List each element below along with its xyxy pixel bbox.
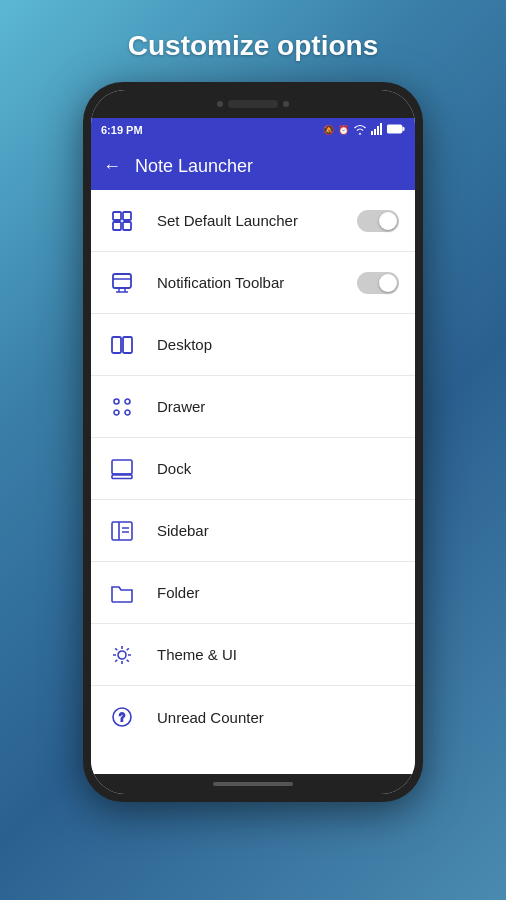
svg-rect-2 (377, 126, 379, 135)
menu-item-dock[interactable]: Dock (91, 438, 415, 500)
folder-icon (107, 578, 137, 608)
svg-rect-1 (374, 129, 376, 135)
svg-rect-10 (113, 274, 131, 288)
svg-rect-8 (113, 222, 121, 230)
notch-dot-right (283, 101, 289, 107)
unread-counter-label: Unread Counter (157, 709, 399, 726)
svg-rect-0 (371, 131, 373, 135)
set-default-launcher-toggle[interactable] (357, 210, 399, 232)
dock-icon (107, 454, 137, 484)
svg-rect-24 (112, 522, 132, 540)
theme-ui-label: Theme & UI (157, 646, 399, 663)
menu-content: Set Default Launcher Notification To (91, 190, 415, 774)
svg-rect-22 (112, 475, 132, 479)
svg-rect-15 (112, 337, 121, 353)
notch-speaker (228, 100, 278, 108)
svg-rect-21 (112, 460, 132, 474)
dock-label: Dock (157, 460, 399, 477)
phone-bottom (91, 774, 415, 794)
phone-frame: 6:19 PM 🔕 ⏰ (83, 82, 423, 802)
menu-item-desktop[interactable]: Desktop (91, 314, 415, 376)
battery-icon (387, 124, 405, 136)
theme-icon (107, 640, 137, 670)
svg-rect-7 (123, 212, 131, 220)
drawer-label: Drawer (157, 398, 399, 415)
notification-toolbar-icon (107, 268, 137, 298)
menu-item-drawer[interactable]: Drawer (91, 376, 415, 438)
svg-rect-4 (387, 125, 402, 133)
status-icons: 🔕 ⏰ (323, 123, 405, 137)
svg-line-33 (115, 648, 117, 650)
folder-label: Folder (157, 584, 399, 601)
default-launcher-icon (107, 206, 137, 236)
svg-line-36 (115, 659, 117, 661)
notification-toolbar-label: Notification Toolbar (157, 274, 357, 291)
status-bar: 6:19 PM 🔕 ⏰ (91, 118, 415, 142)
set-default-launcher-label: Set Default Launcher (157, 212, 357, 229)
svg-point-17 (114, 399, 119, 404)
wifi-icon (353, 123, 367, 137)
menu-item-folder[interactable]: Folder (91, 562, 415, 624)
mute-icon: 🔕 (323, 125, 334, 135)
sidebar-label: Sidebar (157, 522, 399, 539)
alarm-icon: ⏰ (338, 125, 349, 135)
menu-item-notification-toolbar[interactable]: Notification Toolbar (91, 252, 415, 314)
menu-item-set-default-launcher[interactable]: Set Default Launcher (91, 190, 415, 252)
menu-item-sidebar[interactable]: Sidebar (91, 500, 415, 562)
svg-point-18 (125, 399, 130, 404)
svg-point-28 (118, 651, 126, 659)
svg-line-35 (127, 648, 129, 650)
drawer-icon (107, 392, 137, 422)
desktop-label: Desktop (157, 336, 399, 353)
back-button[interactable]: ← (103, 156, 121, 177)
desktop-icon (107, 330, 137, 360)
unread-counter-icon: ? (107, 702, 137, 732)
svg-rect-6 (113, 212, 121, 220)
page-title: Customize options (128, 30, 378, 62)
svg-point-19 (114, 410, 119, 415)
menu-item-unread-counter[interactable]: ? Unread Counter (91, 686, 415, 748)
svg-text:?: ? (119, 712, 125, 723)
app-bar-title: Note Launcher (135, 156, 253, 177)
menu-item-theme-ui[interactable]: Theme & UI (91, 624, 415, 686)
app-bar: ← Note Launcher (91, 142, 415, 190)
phone-top-bar (91, 90, 415, 118)
signal-icon (371, 123, 383, 137)
notch-dot-left (217, 101, 223, 107)
sidebar-icon (107, 516, 137, 546)
svg-rect-5 (403, 127, 405, 131)
home-indicator (213, 782, 293, 786)
svg-line-34 (127, 659, 129, 661)
svg-point-20 (125, 410, 130, 415)
svg-rect-16 (123, 337, 132, 353)
notification-toolbar-toggle[interactable] (357, 272, 399, 294)
svg-rect-9 (123, 222, 131, 230)
status-time: 6:19 PM (101, 124, 143, 136)
svg-rect-3 (380, 123, 382, 135)
